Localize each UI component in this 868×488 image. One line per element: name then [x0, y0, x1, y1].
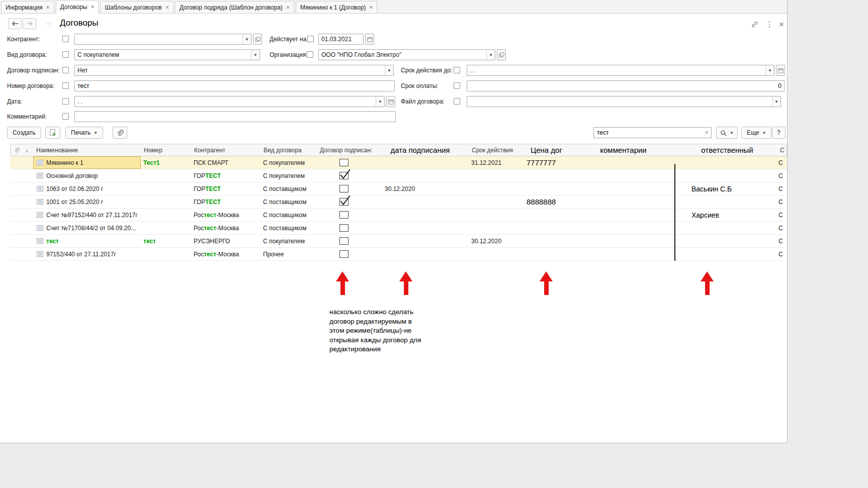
tab-close-icon[interactable]: ×: [369, 5, 373, 11]
chevron-down-icon[interactable]: ▼: [251, 50, 259, 60]
signed-checkbox[interactable]: [339, 185, 349, 192]
cell-number[interactable]: Тест1: [141, 156, 191, 169]
filter-input-file[interactable]: ▼: [467, 96, 781, 107]
column-header-signed[interactable]: Договор подписан:: [317, 147, 371, 154]
cell-responsible[interactable]: [676, 156, 777, 169]
search-button[interactable]: ▼: [716, 127, 738, 139]
table-row[interactable]: тесттестРУСЭНЕРГОС покупателем30.12.2020…: [10, 235, 787, 248]
cell-responsible[interactable]: [676, 169, 777, 182]
cell-contractor[interactable]: ГОРТЕСТ: [191, 182, 261, 195]
cell-sort[interactable]: [22, 156, 33, 169]
tab-3[interactable]: Шаблоны договоров×: [100, 1, 173, 13]
cell-sort[interactable]: [22, 169, 33, 182]
tab-close-icon[interactable]: ×: [91, 4, 94, 10]
cell-comment[interactable]: [569, 222, 676, 234]
cell-price[interactable]: [523, 169, 569, 182]
cell-valid_until[interactable]: 30.12.2020: [469, 235, 523, 247]
signed-checkbox[interactable]: [339, 250, 349, 258]
column-header-contractor[interactable]: Контрагент: [192, 147, 261, 154]
column-header-sign-date[interactable]: дата подписания: [371, 146, 469, 154]
filter-input-contractor[interactable]: ▼: [74, 34, 251, 45]
column-header-type[interactable]: Вид договора: [261, 147, 317, 154]
cell-valid_until[interactable]: 31.12.2021: [469, 156, 523, 169]
cell-valid_until[interactable]: [469, 182, 523, 195]
search-input[interactable]: [594, 129, 702, 136]
filter-input-organization[interactable]: ООО "НПО Глобал Электро" ▼: [318, 49, 495, 60]
cell-signed[interactable]: [317, 248, 371, 260]
cell-comment[interactable]: [569, 156, 676, 169]
tab-close-icon[interactable]: ×: [165, 5, 169, 11]
cell-number[interactable]: [141, 222, 191, 234]
cell-price[interactable]: [523, 209, 569, 221]
chevron-down-icon[interactable]: ▼: [242, 34, 251, 44]
cell-sign_date[interactable]: [371, 209, 469, 221]
table-row[interactable]: 97152/440 от 27.11.2017гРостест-МоскваПр…: [10, 248, 787, 261]
signed-checkbox[interactable]: [339, 211, 349, 219]
cell-number[interactable]: [141, 169, 191, 182]
back-button[interactable]: [8, 18, 22, 29]
cell-comment[interactable]: [569, 169, 676, 182]
forward-button[interactable]: [23, 18, 36, 29]
cell-tail[interactable]: С: [777, 182, 787, 195]
tab-2[interactable]: Договоры×: [56, 0, 99, 14]
column-header-responsible[interactable]: ответственный: [677, 146, 777, 154]
payment-term-input[interactable]: [467, 82, 784, 89]
clear-search-icon[interactable]: ×: [702, 129, 711, 136]
cell-signed[interactable]: [317, 222, 371, 234]
column-header-attach[interactable]: [11, 147, 23, 153]
filter-checkbox-contract-type[interactable]: [62, 51, 69, 58]
cell-attach[interactable]: [10, 248, 22, 260]
cell-type[interactable]: С поставщиком: [261, 209, 317, 221]
filter-checkbox-file[interactable]: [454, 98, 460, 105]
cell-signed[interactable]: [317, 235, 371, 247]
column-header-price[interactable]: Цена дог: [523, 146, 570, 154]
cell-sort[interactable]: [22, 222, 33, 234]
cell-attach[interactable]: [10, 182, 22, 195]
cell-valid_until[interactable]: [469, 209, 523, 221]
cell-name[interactable]: тест: [33, 235, 141, 247]
cell-contractor[interactable]: Ростест-Москва: [191, 209, 261, 221]
cell-sign_date[interactable]: [371, 222, 469, 234]
cell-sign_date[interactable]: [371, 248, 469, 260]
comment-input[interactable]: [75, 113, 395, 120]
filter-input-payment-term[interactable]: [467, 80, 785, 91]
create-copy-button[interactable]: [45, 127, 60, 139]
valid-until-calendar-button[interactable]: [776, 65, 785, 76]
cell-number[interactable]: [141, 248, 191, 260]
chevron-down-icon[interactable]: ▼: [486, 50, 495, 60]
filter-checkbox-number[interactable]: [62, 82, 69, 89]
cell-sign_date[interactable]: 30.12.2020: [371, 182, 469, 195]
more-button[interactable]: Еще ▼: [741, 127, 771, 139]
cell-sort[interactable]: [22, 182, 33, 195]
filter-input-valid-until[interactable]: . . ▼: [467, 65, 774, 76]
tab-5[interactable]: Мякинино к 1 (Договор)×: [296, 1, 377, 13]
column-header-name[interactable]: Наименование: [34, 147, 141, 154]
column-header-comment[interactable]: комментарии: [570, 146, 677, 154]
cell-valid_until[interactable]: [469, 222, 523, 234]
organization-choose-button[interactable]: [497, 49, 506, 60]
cell-responsible[interactable]: [676, 248, 777, 260]
cell-attach[interactable]: [10, 156, 22, 169]
date-calendar-button[interactable]: [386, 96, 395, 107]
filter-checkbox-date[interactable]: [62, 98, 69, 105]
table-row[interactable]: 1001 от 25.05.2020 гГОРТЕСТС поставщиком…: [10, 196, 787, 209]
cell-name[interactable]: Счет №97152/440 от 27.11.2017г: [33, 209, 141, 221]
attach-button[interactable]: [113, 127, 127, 139]
cell-responsible[interactable]: [676, 235, 777, 247]
cell-sort[interactable]: [22, 248, 33, 260]
cell-responsible[interactable]: Васькин С.Б: [676, 182, 777, 195]
cell-contractor[interactable]: Ростест-Москва: [191, 222, 261, 234]
cell-tail[interactable]: С: [777, 222, 787, 234]
filter-checkbox-contractor[interactable]: [62, 36, 69, 42]
favorite-star-icon[interactable]: ☆: [46, 19, 53, 29]
table-row[interactable]: Счет №71708/44/2 от 04.09.20...Ростест-М…: [10, 222, 787, 235]
filter-input-number[interactable]: [74, 80, 395, 91]
cell-comment[interactable]: [569, 196, 676, 208]
column-header-valid-until[interactable]: Срок действия: [469, 147, 523, 154]
cell-price[interactable]: [523, 235, 569, 247]
cell-price[interactable]: [523, 182, 569, 195]
table-row[interactable]: 1063 от 02.06.2020 гГОРТЕСТС поставщиком…: [10, 182, 787, 196]
cell-comment[interactable]: [569, 182, 676, 195]
cell-sign_date[interactable]: [371, 156, 469, 169]
filter-input-contract-type[interactable]: С покупателем ▼: [74, 49, 260, 60]
